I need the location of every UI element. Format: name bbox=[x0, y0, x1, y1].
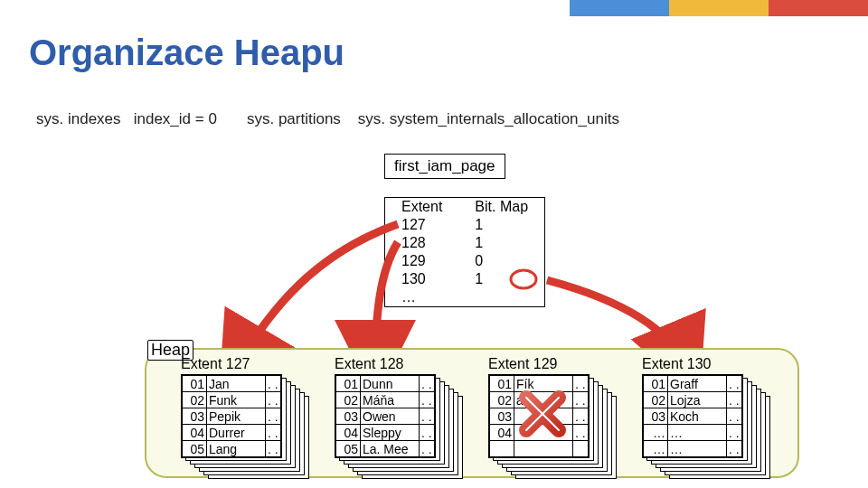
extent-127: Extent 127 01Jan. .02Funk. .03Pepik. .04… bbox=[181, 356, 298, 474]
iam-cell: 1 bbox=[458, 216, 544, 234]
iam-cell: 128 bbox=[385, 234, 458, 252]
iam-header-extent: Extent bbox=[385, 198, 458, 216]
iam-cell: 130 bbox=[385, 270, 458, 288]
iam-cell: 0 bbox=[458, 252, 544, 270]
iam-cell: 1 bbox=[458, 270, 544, 288]
page-title: Organizace Heapu bbox=[29, 33, 344, 73]
iam-table: ExtentBit. Map 1271 1281 1290 1301 … bbox=[384, 197, 545, 307]
page-sheet: 01Graff. .02Lojza. .03Koch. .……. .……. . bbox=[642, 374, 743, 458]
iam-cell: … bbox=[385, 288, 458, 306]
label-sys-partitions: sys. partitions bbox=[247, 110, 341, 128]
extent-title: Extent 130 bbox=[642, 356, 760, 372]
page-sheet: 01Fík. .02aris. .03. .04. . bbox=[488, 374, 590, 458]
extent-128: Extent 128 01Dunn. .02Máňa. .03Owen. .04… bbox=[335, 356, 452, 474]
extent-129: Extent 129 01Fík. .02aris. .03. .04. . bbox=[488, 356, 606, 474]
page-stack: 01Dunn. .02Máňa. .03Owen. .04Sleppy. .05… bbox=[335, 374, 452, 474]
page-stack: 01Jan. .02Funk. .03Pepik. .04Durrer. .05… bbox=[181, 374, 298, 474]
extent-title: Extent 128 bbox=[335, 356, 452, 372]
label-sys-alloc: sys. system_internals_allocation_units bbox=[358, 110, 619, 128]
iam-cell: 1 bbox=[458, 234, 544, 252]
iam-header-bitmap: Bit. Map bbox=[458, 198, 544, 216]
extent-130: Extent 130 01Graff. .02Lojza. .03Koch. .… bbox=[642, 356, 760, 474]
first-iam-page-box: first_iam_page bbox=[384, 154, 505, 179]
page-stack: 01Graff. .02Lojza. .03Koch. .……. .……. . bbox=[642, 374, 760, 474]
page-stack: 01Fík. .02aris. .03. .04. . bbox=[488, 374, 606, 474]
accent-stripe bbox=[570, 0, 868, 16]
iam-cell: 127 bbox=[385, 216, 458, 234]
label-index-id: index_id = 0 bbox=[134, 110, 217, 128]
extent-title: Extent 129 bbox=[488, 356, 606, 372]
page-sheet: 01Jan. .02Funk. .03Pepik. .04Durrer. .05… bbox=[181, 374, 282, 458]
iam-cell: 129 bbox=[385, 252, 458, 270]
label-sys-indexes: sys. indexes bbox=[36, 110, 121, 128]
page-sheet: 01Dunn. .02Máňa. .03Owen. .04Sleppy. .05… bbox=[335, 374, 436, 458]
extent-title: Extent 127 bbox=[181, 356, 298, 372]
catalog-labels: sys. indexes index_id = 0 sys. partition… bbox=[36, 110, 619, 128]
iam-cell bbox=[458, 288, 544, 306]
